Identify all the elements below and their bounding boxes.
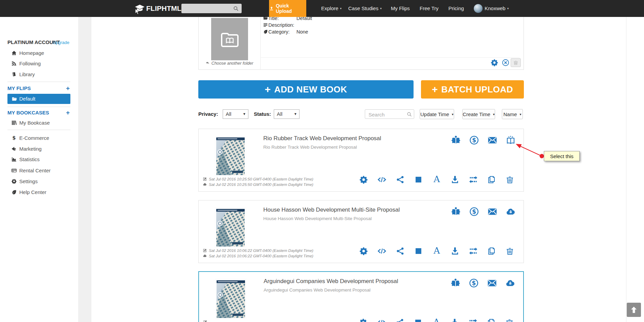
sidebar-item-ecommerce[interactable]: $ E-Commerce: [0, 133, 78, 143]
square-icon[interactable]: [414, 246, 423, 256]
navbar-search-box[interactable]: [181, 4, 242, 13]
trash-icon[interactable]: [505, 246, 514, 256]
book-cover-image: [215, 136, 246, 177]
search-icon[interactable]: [233, 5, 239, 12]
folder-settings-gear-icon[interactable]: [490, 59, 498, 67]
text-icon[interactable]: A: [432, 246, 441, 256]
download-icon[interactable]: [450, 175, 460, 184]
open-book-icon[interactable]: [506, 135, 516, 145]
trash-icon[interactable]: [505, 318, 514, 322]
sidebar-item-my-bookcase[interactable]: My Bookcase: [0, 118, 78, 128]
scroll-to-top-button[interactable]: [627, 303, 641, 317]
download-icon[interactable]: [450, 246, 460, 256]
sort-name-button[interactable]: Name▾: [502, 109, 523, 119]
embed-icon[interactable]: [377, 175, 386, 184]
updated-time: Sat Jul 02 2016 10:25:50 GMT-0400 (Easte…: [209, 177, 313, 181]
copy-icon[interactable]: [487, 175, 496, 184]
nav-link-pricing[interactable]: Pricing: [448, 0, 464, 17]
envelope-icon[interactable]: [487, 135, 497, 145]
sort-create-time-button[interactable]: Create Time▾: [462, 109, 495, 119]
upload-time-icon: [203, 182, 207, 187]
content-right-edge: [626, 17, 626, 322]
user-menu[interactable]: Knoxweb▾: [485, 0, 509, 17]
square-icon[interactable]: [414, 175, 423, 184]
book-cover-thumbnail[interactable]: [215, 279, 247, 320]
reader-icon[interactable]: [450, 278, 461, 288]
gear-icon[interactable]: [359, 246, 368, 256]
fliphtml5-logo-text[interactable]: FLIPHTML5: [146, 0, 185, 17]
cloud-lock-icon[interactable]: [505, 278, 515, 288]
divider: [7, 130, 70, 130]
sidebar-item-settings[interactable]: Settings: [0, 176, 78, 187]
cloud-lock-icon[interactable]: [506, 207, 516, 217]
embed-icon[interactable]: [377, 246, 386, 256]
nav-link-explore[interactable]: Explore▾: [321, 0, 341, 17]
search-icon[interactable]: [406, 111, 412, 117]
sort-update-time-button[interactable]: Update Time▾: [420, 109, 454, 119]
quick-upload-button[interactable]: Quick Upload: [269, 0, 306, 17]
square-icon[interactable]: [414, 318, 423, 322]
sidebar-item-marketing[interactable]: Marketing: [0, 144, 78, 154]
status-select[interactable]: All ▼: [274, 109, 299, 119]
text-icon[interactable]: A: [432, 175, 441, 184]
dollar-circle-icon[interactable]: $: [469, 207, 479, 217]
dollar-circle-icon[interactable]: $: [469, 278, 479, 288]
user-avatar[interactable]: [474, 4, 483, 13]
sidebar-item-homepage[interactable]: Homepage: [0, 48, 78, 58]
gear-icon[interactable]: [359, 318, 368, 322]
batch-upload-button[interactable]: + BATCH UPLOAD: [421, 80, 524, 99]
transfer-icon[interactable]: [468, 318, 478, 322]
book-title[interactable]: House Hasson Web Development Multi-Site …: [263, 207, 400, 213]
divider: [7, 82, 70, 82]
folder-dismiss-icon[interactable]: [502, 59, 510, 67]
copy-icon[interactable]: [487, 318, 496, 322]
navbar-search-input[interactable]: [184, 5, 233, 13]
book-title[interactable]: Rio Rubber Track Web Development Proposa…: [263, 135, 381, 142]
book-search-box[interactable]: [365, 109, 414, 119]
trash-icon[interactable]: [505, 175, 514, 184]
divider: [7, 107, 70, 107]
nav-link-my-flips[interactable]: My Flips: [391, 0, 410, 17]
sidebar-item-default-folder[interactable]: Default: [7, 94, 70, 104]
embed-icon[interactable]: [377, 318, 386, 322]
download-icon[interactable]: [450, 318, 459, 322]
reader-icon[interactable]: [451, 207, 461, 217]
transfer-icon[interactable]: [469, 175, 478, 184]
share-icon[interactable]: [395, 318, 404, 322]
svg-text:$: $: [472, 280, 476, 286]
book-title[interactable]: Arguindegui Companies Web Development Pr…: [264, 278, 398, 285]
nav-link-free-try[interactable]: Free Try: [420, 0, 439, 17]
upgrade-link[interactable]: Upgrade: [52, 40, 69, 45]
transfer-icon[interactable]: [469, 246, 478, 256]
add-flip-folder-button[interactable]: +: [66, 85, 70, 91]
add-new-book-button[interactable]: + ADD NEW BOOK: [198, 80, 414, 99]
sidebar-item-rental-center[interactable]: Rental Center: [0, 166, 78, 176]
sidebar-item-library[interactable]: Library: [0, 69, 78, 80]
sidebar-item-help-center[interactable]: Help Center: [0, 187, 78, 197]
reader-icon[interactable]: [451, 135, 461, 145]
plus-icon: +: [432, 84, 438, 95]
up-arrow-icon: [629, 305, 638, 314]
share-icon[interactable]: [396, 246, 405, 256]
share-icon[interactable]: [396, 175, 405, 184]
folder-delete-button-disabled[interactable]: [511, 58, 521, 67]
text-icon[interactable]: A: [432, 318, 441, 322]
book-cover-thumbnail[interactable]: [215, 136, 246, 177]
add-bookcase-button[interactable]: +: [66, 110, 70, 116]
privacy-select[interactable]: All ▼: [223, 109, 248, 119]
nav-link-case-studies[interactable]: Case Studies▾: [348, 0, 382, 17]
book-cover-thumbnail[interactable]: [215, 207, 246, 248]
sidebar-item-following[interactable]: Following: [0, 59, 78, 69]
upload-icon: [269, 6, 274, 11]
envelope-icon[interactable]: [487, 207, 497, 217]
sidebar-item-statistics[interactable]: Statistics: [0, 154, 78, 165]
copy-icon[interactable]: [487, 246, 496, 256]
envelope-icon[interactable]: [487, 278, 497, 288]
edit-time-icon: [203, 177, 207, 181]
gear-icon[interactable]: [359, 175, 368, 184]
dollar-circle-icon[interactable]: $: [469, 135, 479, 145]
folder-thumbnail[interactable]: [211, 18, 248, 60]
choose-another-folder-link[interactable]: Choose another folder: [199, 61, 260, 66]
book-search-input[interactable]: [368, 110, 406, 119]
book-cover-image: [215, 279, 247, 320]
